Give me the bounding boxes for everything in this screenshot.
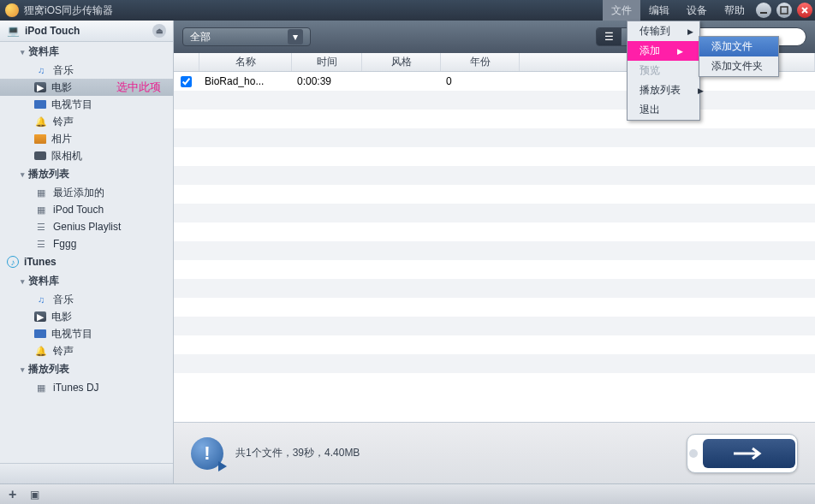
tv-icon: [34, 100, 46, 109]
close-button[interactable]: [797, 3, 812, 18]
sidebar-item-movie[interactable]: ▶电影选中此项: [0, 79, 173, 96]
sidebar: 💻 iPod Touch ⏏ 资料库 ♫音乐 ▶电影选中此项 电视节目 🔔铃声 …: [0, 21, 174, 483]
svg-rect-1: [781, 7, 788, 14]
menu-add-file[interactable]: 添加文件: [699, 37, 778, 56]
playlist-icon: ▦: [34, 204, 48, 216]
expand-button[interactable]: ▣: [30, 489, 39, 501]
menu-transfer-to[interactable]: 传输到▶: [628, 21, 699, 41]
bottom-bar: + ▣: [0, 483, 815, 504]
menu-device[interactable]: 设备: [678, 0, 716, 21]
menu-bar: 文件 编辑 设备 帮助: [603, 0, 753, 21]
sidebar-item-genius[interactable]: ☰Genius Playlist: [0, 218, 173, 235]
movie-icon: ▶: [34, 82, 46, 92]
playlists-group[interactable]: 播放列表: [0, 164, 173, 184]
playlist-icon: ☰: [34, 221, 48, 233]
chevron-down-icon: ▾: [288, 29, 303, 44]
main-panel: 全部 ▾ ☰ ▦ ◧ 名称 时间 风格 年份 评价 BioRad_ho... 0…: [174, 21, 815, 483]
cell-time: 0:00:39: [292, 75, 362, 87]
music-icon: ♫: [34, 64, 48, 76]
th-time[interactable]: 时间: [292, 53, 362, 71]
tv-icon: [34, 329, 46, 338]
maximize-button[interactable]: [776, 3, 792, 18]
itunes-icon: ♪: [7, 256, 19, 268]
chevron-right-icon: ▶: [670, 27, 693, 36]
music-icon: ♫: [34, 294, 48, 305]
row-checkbox[interactable]: [181, 76, 192, 87]
status-text: 共1个文件，39秒，4.40MB: [235, 446, 360, 460]
menu-add-folder[interactable]: 添加文件夹: [699, 56, 778, 76]
bell-icon: 🔔: [34, 116, 48, 127]
menu-help[interactable]: 帮助: [716, 0, 753, 21]
playlist-icon: ▦: [34, 187, 48, 199]
sidebar-item-ipod-pl[interactable]: ▦iPod Touch: [0, 201, 173, 218]
chevron-right-icon: ▶: [660, 47, 683, 56]
photo-icon: [34, 134, 46, 144]
menu-file[interactable]: 文件: [603, 0, 640, 21]
add-button[interactable]: +: [9, 487, 16, 502]
itunes-item-dj[interactable]: ▦iTunes DJ: [0, 379, 173, 396]
itunes-item-tv[interactable]: 电视节目: [0, 325, 173, 342]
itunes-header[interactable]: ♪ iTunes: [0, 252, 173, 271]
sidebar-item-recent[interactable]: ▦最近添加的: [0, 184, 173, 201]
minimize-button[interactable]: [756, 3, 771, 18]
th-check[interactable]: [174, 53, 199, 71]
transfer-button[interactable]: [687, 434, 798, 473]
title-bar: 狸窝iOS同步传输器 文件 编辑 设备 帮助: [0, 0, 815, 21]
info-icon: !: [191, 437, 223, 470]
menu-add[interactable]: 添加▶: [628, 41, 699, 61]
bell-icon: 🔔: [34, 345, 48, 357]
table-body: BioRad_ho... 0:00:39 0: [174, 72, 815, 422]
device-dot-icon: [689, 449, 698, 458]
file-menu-dropdown: 传输到▶ 添加▶ 预览 播放列表▶ 退出: [627, 21, 700, 121]
chevron-right-icon: ▶: [681, 86, 704, 95]
annotation-label: 选中此项: [116, 80, 161, 95]
th-name[interactable]: 名称: [199, 53, 292, 71]
sidebar-item-camera[interactable]: 限相机: [0, 147, 173, 164]
cell-name: BioRad_ho...: [199, 75, 292, 87]
view-list-button[interactable]: ☰: [597, 28, 621, 45]
itunes-item-music[interactable]: ♫音乐: [0, 291, 173, 308]
menu-preview: 预览: [628, 61, 699, 80]
app-logo-icon: [5, 3, 19, 17]
itunes-playlists-group[interactable]: 播放列表: [0, 359, 173, 379]
th-year[interactable]: 年份: [441, 53, 520, 71]
sidebar-item-photo[interactable]: 相片: [0, 130, 173, 147]
playlist-icon: ▦: [34, 382, 48, 394]
itunes-item-movie[interactable]: ▶电影: [0, 308, 173, 325]
svg-rect-0: [760, 12, 767, 14]
library-group[interactable]: 资料库: [0, 42, 173, 62]
status-bar: ! 共1个文件，39秒，4.40MB: [174, 422, 815, 483]
itunes-library-group[interactable]: 资料库: [0, 271, 173, 291]
app-title: 狸窝iOS同步传输器: [24, 3, 603, 18]
device-header[interactable]: 💻 iPod Touch ⏏: [0, 21, 173, 42]
th-style[interactable]: 风格: [362, 53, 441, 71]
menu-playlist[interactable]: 播放列表▶: [628, 80, 699, 100]
filter-dropdown[interactable]: 全部 ▾: [182, 27, 311, 46]
camera-icon: [34, 151, 46, 160]
eject-icon[interactable]: ⏏: [152, 24, 166, 38]
add-submenu-dropdown: 添加文件 添加文件夹: [699, 36, 779, 77]
sidebar-item-music[interactable]: ♫音乐: [0, 62, 173, 79]
sidebar-item-ring[interactable]: 🔔铃声: [0, 113, 173, 130]
movie-icon: ▶: [34, 311, 46, 322]
cell-year: 0: [441, 75, 520, 87]
itunes-item-ring[interactable]: 🔔铃声: [0, 342, 173, 359]
menu-edit[interactable]: 编辑: [640, 0, 678, 21]
device-name: iPod Touch: [25, 25, 80, 37]
playlist-icon: ☰: [34, 238, 48, 250]
sidebar-item-tv[interactable]: 电视节目: [0, 96, 173, 113]
menu-exit[interactable]: 退出: [628, 100, 699, 120]
sidebar-footer: [0, 463, 173, 483]
sidebar-item-fggg[interactable]: ☰Fggg: [0, 235, 173, 252]
